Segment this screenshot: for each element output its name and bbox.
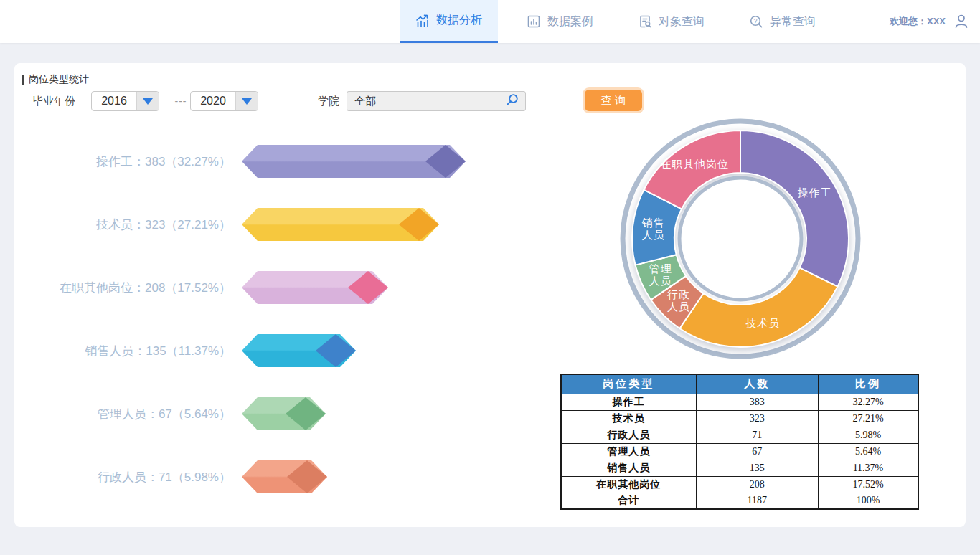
college-search-box — [347, 91, 526, 111]
stats-panel: 岗位类型统计 毕业年份 2016 --- 2020 学院 查 询 操作工：383… — [14, 63, 966, 527]
table-header-row: 岗位类型 人数 比例 — [561, 374, 918, 394]
year-to-value: 2020 — [191, 92, 235, 110]
abnormal-search-icon: ? — [749, 14, 763, 29]
bar-row-operator: 操作工：383（32.27%） — [16, 145, 466, 178]
table-cell: 技术员 — [561, 410, 696, 427]
donut-slice-label: 操作工 — [798, 186, 832, 199]
bar-label: 销售人员：135（11.37%） — [16, 343, 231, 359]
table-cell: 在职其他岗位 — [561, 476, 696, 493]
table-cell: 管理人员 — [561, 443, 696, 460]
bar-label: 管理人员：67（5.64%） — [16, 406, 231, 422]
donut-slice-label: 销售人员 — [641, 217, 665, 241]
table-row: 管理人员 67 5.64% — [561, 443, 918, 460]
tab-label: 对象查询 — [659, 14, 705, 29]
donut-slice-label: 管理人员 — [649, 262, 672, 287]
tab-label: 异常查询 — [770, 14, 816, 29]
donut-slice-label: 在职其他岗位 — [660, 158, 729, 170]
table-total-row: 合计 1187 100% — [561, 493, 918, 509]
donut-chart-svg: 操作工技术员行政人员管理人员销售人员在职其他岗位 — [611, 110, 870, 368]
analysis-chart-icon — [415, 14, 430, 28]
data-case-icon — [527, 14, 541, 29]
year-from-dropdown[interactable]: 2016 — [91, 91, 159, 111]
donut-inner-ring — [679, 178, 801, 300]
table-row: 技术员 323 27.21% — [561, 410, 918, 427]
bar-label: 在职其他岗位：208（17.52%） — [16, 280, 231, 296]
table-cell: 1187 — [696, 493, 818, 509]
job-type-table: 岗位类型 人数 比例 操作工 383 32.27% 技术员 323 27.21%… — [560, 374, 919, 510]
bar-other-posts — [242, 271, 388, 304]
main-nav: 数据分析 数据案例 对象查询 — [400, 0, 844, 43]
title-tick-bar — [22, 75, 24, 85]
table-row: 销售人员 135 11.37% — [561, 460, 918, 476]
app-header: 数据分析 数据案例 对象查询 — [0, 0, 980, 43]
query-button[interactable]: 查 询 — [585, 90, 642, 111]
tab-data-analysis[interactable]: 数据分析 — [400, 0, 498, 43]
panel-title: 岗位类型统计 — [22, 73, 89, 86]
chevron-down-icon — [235, 92, 258, 110]
table-row: 行政人员 71 5.98% — [561, 427, 918, 443]
table-cell: 合计 — [561, 493, 696, 509]
welcome-area: 欢迎您：XXX — [890, 0, 970, 43]
bar-label: 行政人员：71（5.98%） — [16, 469, 231, 485]
bar-row-admin: 行政人员：71（5.98%） — [16, 460, 327, 493]
table-cell: 208 — [696, 476, 818, 493]
table-header-cell: 比例 — [818, 374, 918, 394]
table-cell: 操作工 — [561, 394, 696, 410]
donut-slice-label: 技术员 — [745, 317, 780, 329]
tab-data-case[interactable]: 数据案例 — [511, 0, 609, 43]
bar-row-management: 管理人员：67（5.64%） — [16, 397, 326, 430]
table-cell: 135 — [696, 460, 818, 476]
user-icon[interactable] — [953, 12, 970, 32]
tab-abnormal-search[interactable]: ? 异常查询 — [733, 0, 831, 43]
table-cell: 17.52% — [818, 476, 918, 493]
svg-text:?: ? — [753, 17, 757, 24]
year-from-value: 2016 — [92, 92, 136, 110]
tab-label: 数据案例 — [547, 14, 593, 29]
table-cell: 32.27% — [818, 394, 918, 410]
bar-technician — [242, 208, 439, 241]
bar-row-technician: 技术员：323（27.21%） — [16, 208, 439, 241]
bar-admin — [242, 460, 327, 493]
table-cell: 67 — [696, 443, 818, 460]
table-cell: 71 — [696, 427, 818, 443]
college-search-input[interactable] — [354, 95, 505, 108]
table-cell: 11.37% — [818, 460, 918, 476]
table-header-cell: 人数 — [696, 374, 818, 394]
chevron-down-icon — [136, 92, 159, 110]
table-header-cell: 岗位类型 — [561, 374, 696, 394]
table-cell: 5.64% — [818, 443, 918, 460]
table-cell: 5.98% — [818, 427, 918, 443]
table-cell: 323 — [696, 410, 818, 427]
bar-row-other-posts: 在职其他岗位：208（17.52%） — [16, 271, 388, 304]
college-label: 学院 — [318, 91, 339, 111]
bar-label: 操作工：383（32.27%） — [16, 153, 231, 170]
welcome-text: 欢迎您：XXX — [890, 15, 946, 28]
bar-row-sales: 销售人员：135（11.37%） — [16, 334, 356, 367]
table-cell: 27.21% — [818, 410, 918, 427]
table-row: 操作工 383 32.27% — [561, 394, 918, 410]
table-cell: 销售人员 — [561, 460, 696, 476]
table-cell: 383 — [696, 394, 818, 410]
bar-management — [242, 397, 326, 430]
tab-object-search[interactable]: 对象查询 — [622, 0, 720, 43]
panel-title-text: 岗位类型统计 — [29, 73, 89, 86]
table-cell: 100% — [818, 493, 918, 509]
bar-label: 技术员：323（27.21%） — [16, 217, 231, 233]
bar-sales — [242, 334, 356, 367]
object-search-icon — [638, 14, 652, 29]
search-icon[interactable] — [505, 92, 519, 110]
tab-label: 数据分析 — [436, 13, 482, 28]
year-to-dropdown[interactable]: 2020 — [190, 91, 258, 111]
table-cell: 行政人员 — [561, 427, 696, 443]
table-row: 在职其他岗位 208 17.52% — [561, 476, 918, 493]
bar-operator — [242, 145, 466, 178]
year-label: 毕业年份 — [32, 91, 75, 111]
donut-chart: 操作工技术员行政人员管理人员销售人员在职其他岗位 — [611, 110, 870, 368]
donut-slice-label: 行政人员 — [667, 288, 690, 313]
